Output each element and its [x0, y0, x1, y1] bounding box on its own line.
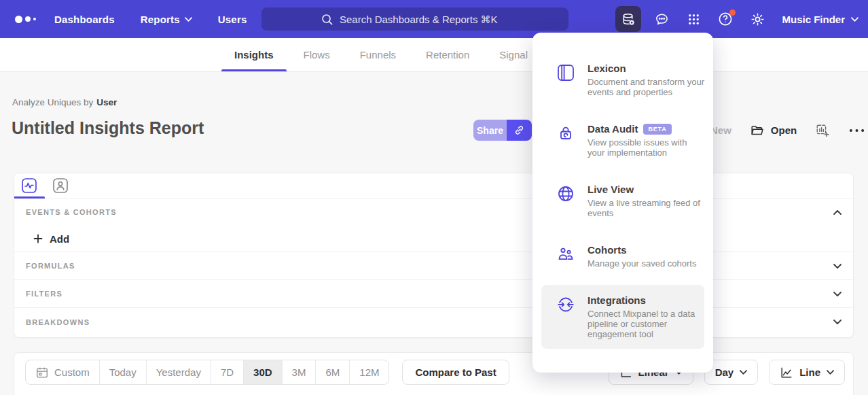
chevron-down-icon — [833, 320, 842, 324]
help-button[interactable] — [714, 7, 737, 31]
share-button-group: Share — [473, 120, 532, 141]
tab-funnels[interactable]: Funnels — [360, 38, 396, 71]
tab-signal[interactable]: Signal — [499, 38, 528, 71]
chart-type-dropdown[interactable]: Line — [769, 360, 845, 385]
lexicon-book-icon — [556, 63, 575, 97]
chevron-down-icon — [833, 264, 842, 269]
feedback-button[interactable] — [650, 7, 673, 31]
cohorts-people-icon — [556, 244, 575, 269]
range-yesterday[interactable]: Yesterday — [146, 360, 211, 384]
project-selector[interactable]: Music Finder — [782, 14, 858, 25]
board-plus-icon — [815, 123, 830, 138]
section-filters[interactable]: FILTERS — [14, 280, 853, 308]
compare-to-past-button[interactable]: Compare to Past — [402, 360, 509, 385]
more-dots-icon — [848, 128, 865, 133]
nav-dashboards[interactable]: Dashboards — [54, 14, 115, 25]
date-range-control: Custom Today Yesterday 7D 30D 3M 6M 12M — [25, 360, 389, 385]
menu-item-live-view[interactable]: Live View View a live streaming feed of … — [541, 174, 704, 228]
nav-reports[interactable]: Reports — [141, 14, 192, 25]
open-report-button[interactable]: Open — [750, 123, 797, 138]
report-tabbar: Insights Flows Funnels Retention Signal … — [0, 38, 868, 72]
uniques-by-selector[interactable]: User — [96, 97, 117, 107]
chart-toolbar-card: Custom Today Yesterday 7D 30D 3M 6M 12M … — [14, 352, 854, 395]
tab-events-metrics[interactable] — [21, 177, 37, 194]
tab-user-profiles[interactable] — [52, 177, 69, 194]
section-breakdowns[interactable]: BREAKDOWNS — [14, 308, 853, 336]
more-options-button[interactable] — [848, 128, 865, 133]
calendar-icon — [35, 366, 49, 379]
data-audit-lock-icon — [556, 123, 575, 158]
integrations-sync-icon — [556, 294, 575, 339]
chevron-down-icon — [185, 17, 192, 22]
query-builder-card: EVENTS & COHORTS Add FORMULAS FILTERS BR… — [14, 173, 854, 338]
chevron-down-icon — [740, 370, 747, 375]
chevron-up-icon — [833, 210, 842, 215]
add-to-dashboard-button[interactable] — [815, 123, 830, 138]
chevron-down-icon — [833, 292, 842, 296]
page-title[interactable]: Untitled Insights Report — [12, 118, 204, 138]
menu-item-integrations[interactable]: Integrations Connect Mixpanel to a data … — [541, 285, 704, 349]
search-input[interactable] — [340, 14, 509, 25]
range-7d[interactable]: 7D — [211, 360, 243, 384]
database-gear-icon — [621, 12, 636, 27]
person-icon — [52, 177, 69, 194]
nav-users[interactable]: Users — [218, 14, 247, 25]
range-3m[interactable]: 3M — [282, 360, 316, 384]
report-subtitle: Analyze Uniques byUser — [12, 97, 117, 107]
chevron-down-icon — [851, 17, 858, 22]
tab-retention[interactable]: Retention — [426, 38, 469, 71]
global-search[interactable] — [261, 7, 568, 31]
link-icon — [513, 124, 526, 137]
copy-link-button[interactable] — [507, 120, 532, 141]
menu-item-cohorts[interactable]: Cohorts Manage your saved cohorts — [541, 235, 704, 278]
chevron-down-icon — [827, 370, 834, 375]
menu-item-lexicon[interactable]: Lexicon Document and transform your even… — [541, 53, 704, 107]
primary-nav: Dashboards Reports Users — [54, 14, 247, 25]
plus-icon — [33, 234, 43, 243]
range-today[interactable]: Today — [99, 360, 146, 384]
folder-open-icon — [750, 123, 765, 138]
beta-badge: BETA — [643, 124, 671, 135]
apps-grid-icon — [686, 12, 702, 27]
tab-insights[interactable]: Insights — [234, 38, 274, 71]
line-chart-icon — [780, 366, 793, 379]
new-report-button[interactable]: New — [710, 124, 731, 136]
settings-button[interactable] — [746, 7, 769, 31]
live-view-globe-icon — [556, 184, 575, 218]
share-button[interactable]: Share — [473, 120, 507, 141]
chat-bubble-icon — [654, 12, 670, 27]
apps-button[interactable] — [682, 7, 705, 31]
gear-icon — [750, 12, 765, 27]
active-tab-underline — [14, 196, 45, 199]
pulse-chart-icon — [21, 177, 37, 194]
section-events-cohorts[interactable]: EVENTS & COHORTS — [14, 199, 853, 226]
data-management-menu: Lexicon Document and transform your even… — [532, 33, 713, 373]
range-12m[interactable]: 12M — [349, 360, 388, 384]
section-formulas[interactable]: FORMULAS — [14, 252, 853, 280]
menu-item-data-audit[interactable]: Data Audit BETA View possible issues wit… — [541, 114, 704, 167]
tab-flows[interactable]: Flows — [304, 38, 330, 71]
report-actions: New Open — [710, 120, 865, 141]
data-management-button[interactable] — [615, 6, 641, 32]
range-6m[interactable]: 6M — [315, 360, 349, 384]
notification-dot — [729, 10, 736, 16]
project-name: Music Finder — [782, 14, 845, 25]
mixpanel-logo-icon[interactable] — [15, 16, 42, 23]
top-navigation-bar: Dashboards Reports Users — [0, 0, 868, 38]
query-panel-tabs — [14, 173, 853, 199]
range-custom[interactable]: Custom — [26, 360, 99, 384]
search-icon — [321, 13, 333, 26]
add-event-button[interactable]: Add — [14, 226, 853, 252]
range-30d[interactable]: 30D — [243, 360, 282, 384]
